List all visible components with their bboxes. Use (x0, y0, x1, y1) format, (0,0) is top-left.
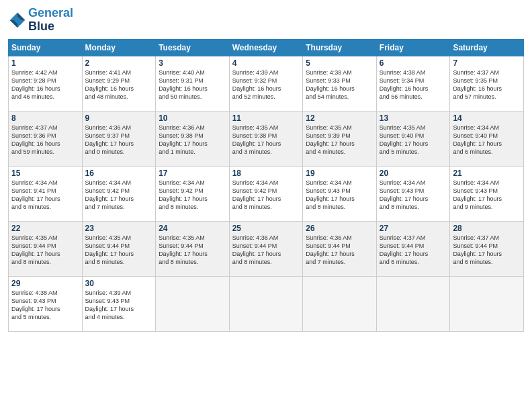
day-info: Sunrise: 4:42 AM Sunset: 9:28 PM Dayligh… (11, 68, 79, 101)
calendar-day: 24Sunrise: 4:35 AM Sunset: 9:44 PM Dayli… (156, 221, 230, 276)
day-info: Sunrise: 4:34 AM Sunset: 9:40 PM Dayligh… (453, 124, 521, 156)
day-number: 10 (159, 113, 226, 123)
calendar-day: 3Sunrise: 4:40 AM Sunset: 9:31 PM Daylig… (156, 56, 230, 111)
calendar-day: 19Sunrise: 4:34 AM Sunset: 9:43 PM Dayli… (303, 166, 377, 221)
weekday-header: Sunday (9, 39, 83, 56)
calendar-day (303, 276, 377, 331)
day-number: 2 (85, 58, 153, 68)
day-info: Sunrise: 4:35 AM Sunset: 9:44 PM Dayligh… (85, 234, 153, 267)
calendar-day: 12Sunrise: 4:35 AM Sunset: 9:39 PM Dayli… (303, 111, 377, 166)
day-info: Sunrise: 4:39 AM Sunset: 9:43 PM Dayligh… (85, 289, 153, 322)
day-number: 8 (11, 113, 79, 123)
calendar-day: 8Sunrise: 4:37 AM Sunset: 9:36 PM Daylig… (9, 111, 83, 166)
logo: General Blue (8, 7, 73, 34)
day-info: Sunrise: 4:38 AM Sunset: 9:34 PM Dayligh… (380, 68, 447, 101)
day-info: Sunrise: 4:34 AM Sunset: 9:42 PM Dayligh… (85, 179, 153, 212)
day-number: 1 (11, 58, 79, 68)
calendar-day: 23Sunrise: 4:35 AM Sunset: 9:44 PM Dayli… (82, 221, 156, 276)
day-number: 29 (11, 279, 79, 288)
weekday-header: Monday (82, 39, 156, 56)
day-info: Sunrise: 4:41 AM Sunset: 9:29 PM Dayligh… (85, 68, 153, 101)
day-number: 25 (232, 224, 300, 233)
day-number: 28 (453, 224, 521, 233)
calendar-week-row: 1Sunrise: 4:42 AM Sunset: 9:28 PM Daylig… (9, 56, 524, 111)
logo-icon (8, 11, 27, 30)
calendar-day (156, 276, 230, 331)
page-container: General Blue SundayMondayTuesdayWednesda… (0, 0, 532, 411)
day-number: 11 (232, 113, 300, 123)
weekday-header: Wednesday (229, 39, 303, 56)
day-number: 12 (306, 113, 373, 123)
weekday-header: Friday (376, 39, 450, 56)
day-info: Sunrise: 4:38 AM Sunset: 9:43 PM Dayligh… (11, 289, 79, 322)
day-info: Sunrise: 4:37 AM Sunset: 9:44 PM Dayligh… (453, 234, 521, 267)
header: General Blue (8, 7, 524, 34)
calendar-day (376, 276, 450, 331)
day-number: 27 (380, 224, 447, 233)
calendar-day: 18Sunrise: 4:34 AM Sunset: 9:42 PM Dayli… (229, 166, 303, 221)
calendar-day: 5Sunrise: 4:38 AM Sunset: 9:33 PM Daylig… (303, 56, 377, 111)
day-number: 30 (85, 279, 153, 288)
day-info: Sunrise: 4:34 AM Sunset: 9:43 PM Dayligh… (380, 179, 447, 212)
calendar-day (450, 276, 524, 331)
calendar-week-row: 8Sunrise: 4:37 AM Sunset: 9:36 PM Daylig… (9, 111, 524, 166)
day-info: Sunrise: 4:34 AM Sunset: 9:43 PM Dayligh… (306, 179, 373, 212)
day-number: 3 (159, 58, 226, 68)
day-number: 7 (453, 58, 521, 68)
weekday-header: Tuesday (156, 39, 230, 56)
day-info: Sunrise: 4:40 AM Sunset: 9:31 PM Dayligh… (159, 68, 226, 101)
calendar: SundayMondayTuesdayWednesdayThursdayFrid… (8, 39, 524, 332)
day-number: 17 (159, 169, 226, 178)
calendar-day: 20Sunrise: 4:34 AM Sunset: 9:43 PM Dayli… (376, 166, 450, 221)
day-info: Sunrise: 4:37 AM Sunset: 9:44 PM Dayligh… (380, 234, 447, 267)
day-info: Sunrise: 4:35 AM Sunset: 9:39 PM Dayligh… (306, 124, 373, 156)
calendar-day: 14Sunrise: 4:34 AM Sunset: 9:40 PM Dayli… (450, 111, 524, 166)
day-number: 9 (85, 113, 153, 123)
day-number: 15 (11, 169, 79, 178)
day-number: 26 (306, 224, 373, 233)
day-info: Sunrise: 4:36 AM Sunset: 9:37 PM Dayligh… (85, 124, 153, 156)
logo-text: General Blue (28, 7, 73, 34)
day-number: 13 (380, 113, 447, 123)
day-info: Sunrise: 4:35 AM Sunset: 9:38 PM Dayligh… (232, 124, 300, 156)
calendar-day: 1Sunrise: 4:42 AM Sunset: 9:28 PM Daylig… (9, 56, 83, 111)
calendar-day: 15Sunrise: 4:34 AM Sunset: 9:41 PM Dayli… (9, 166, 83, 221)
day-info: Sunrise: 4:38 AM Sunset: 9:33 PM Dayligh… (306, 68, 373, 101)
day-number: 5 (306, 58, 373, 68)
calendar-day: 28Sunrise: 4:37 AM Sunset: 9:44 PM Dayli… (450, 221, 524, 276)
day-number: 21 (453, 169, 521, 178)
day-number: 6 (380, 58, 447, 68)
calendar-day: 26Sunrise: 4:36 AM Sunset: 9:44 PM Dayli… (303, 221, 377, 276)
weekday-header-row: SundayMondayTuesdayWednesdayThursdayFrid… (9, 39, 524, 56)
day-number: 18 (232, 169, 300, 178)
day-number: 20 (380, 169, 447, 178)
calendar-day (229, 276, 303, 331)
calendar-day: 16Sunrise: 4:34 AM Sunset: 9:42 PM Dayli… (82, 166, 156, 221)
calendar-day: 9Sunrise: 4:36 AM Sunset: 9:37 PM Daylig… (82, 111, 156, 166)
day-number: 19 (306, 169, 373, 178)
day-info: Sunrise: 4:35 AM Sunset: 9:44 PM Dayligh… (159, 234, 226, 267)
calendar-day: 13Sunrise: 4:35 AM Sunset: 9:40 PM Dayli… (376, 111, 450, 166)
calendar-day: 4Sunrise: 4:39 AM Sunset: 9:32 PM Daylig… (229, 56, 303, 111)
calendar-day: 25Sunrise: 4:36 AM Sunset: 9:44 PM Dayli… (229, 221, 303, 276)
day-info: Sunrise: 4:39 AM Sunset: 9:32 PM Dayligh… (232, 68, 300, 101)
day-number: 14 (453, 113, 521, 123)
day-info: Sunrise: 4:36 AM Sunset: 9:44 PM Dayligh… (232, 234, 300, 267)
day-number: 23 (85, 224, 153, 233)
calendar-day: 22Sunrise: 4:35 AM Sunset: 9:44 PM Dayli… (9, 221, 83, 276)
calendar-day: 10Sunrise: 4:36 AM Sunset: 9:38 PM Dayli… (156, 111, 230, 166)
weekday-header: Thursday (303, 39, 377, 56)
day-info: Sunrise: 4:37 AM Sunset: 9:36 PM Dayligh… (11, 124, 79, 156)
calendar-day: 7Sunrise: 4:37 AM Sunset: 9:35 PM Daylig… (450, 56, 524, 111)
calendar-day: 29Sunrise: 4:38 AM Sunset: 9:43 PM Dayli… (9, 276, 83, 331)
day-info: Sunrise: 4:34 AM Sunset: 9:43 PM Dayligh… (453, 179, 521, 212)
day-info: Sunrise: 4:37 AM Sunset: 9:35 PM Dayligh… (453, 68, 521, 101)
calendar-day: 6Sunrise: 4:38 AM Sunset: 9:34 PM Daylig… (376, 56, 450, 111)
calendar-day: 2Sunrise: 4:41 AM Sunset: 9:29 PM Daylig… (82, 56, 156, 111)
calendar-week-row: 15Sunrise: 4:34 AM Sunset: 9:41 PM Dayli… (9, 166, 524, 221)
day-info: Sunrise: 4:34 AM Sunset: 9:42 PM Dayligh… (232, 179, 300, 212)
day-number: 4 (232, 58, 300, 68)
calendar-day: 21Sunrise: 4:34 AM Sunset: 9:43 PM Dayli… (450, 166, 524, 221)
day-info: Sunrise: 4:36 AM Sunset: 9:38 PM Dayligh… (159, 124, 226, 156)
day-info: Sunrise: 4:34 AM Sunset: 9:42 PM Dayligh… (159, 179, 226, 212)
